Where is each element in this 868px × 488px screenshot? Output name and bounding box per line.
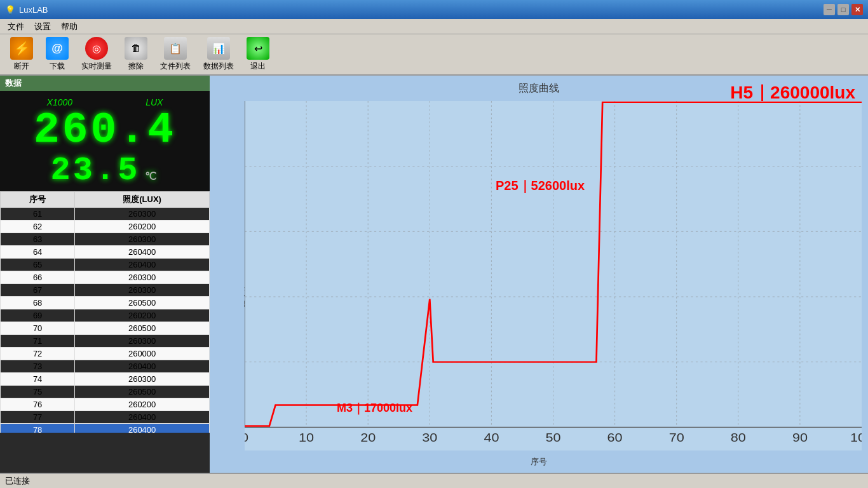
menu-file[interactable]: 文件 [3, 20, 29, 34]
disconnect-button[interactable]: ⚡ 断开 [5, 34, 38, 74]
chart-svg: 0 50 100 150 200 250 0 10 20 30 40 50 60… [245, 101, 862, 451]
table-row[interactable]: 63260300 [1, 233, 210, 246]
erase-button[interactable]: 🗑 擦除 [119, 34, 153, 74]
col-seq: 序号 [1, 192, 75, 208]
left-panel: 数据 X1000 LUX 260.4 23.5 ℃ 序号 照度(LUX) [0, 76, 210, 473]
svg-text:30: 30 [422, 431, 437, 444]
cell-seq: 70 [1, 322, 75, 335]
cell-seq: 78 [1, 424, 75, 433]
exit-button[interactable]: ↩ 退出 [241, 34, 275, 74]
cell-seq: 66 [1, 271, 75, 284]
download-icon: @ [46, 37, 69, 60]
realtime-button[interactable]: ◎ 实时测量 [76, 34, 117, 74]
table-row[interactable]: 70260500 [1, 322, 210, 335]
cell-lux: 260400 [75, 259, 210, 271]
cell-lux: 260300 [75, 284, 210, 297]
table-row[interactable]: 78260400 [1, 424, 210, 433]
cell-lux: 260300 [75, 233, 210, 246]
toolbar: ⚡ 断开 @ 下载 ◎ 实时测量 🗑 擦除 📋 文件列表 📊 数据列表 ↩ 退出 [0, 34, 868, 76]
table-row[interactable]: 74260300 [1, 373, 210, 386]
erase-label: 擦除 [128, 61, 144, 72]
cell-lux: 260400 [75, 411, 210, 424]
maximize-button[interactable]: □ [837, 4, 849, 15]
table-row[interactable]: 71260300 [1, 335, 210, 348]
cell-seq: 61 [1, 208, 75, 220]
col-lux: 照度(LUX) [75, 192, 210, 208]
menu-bar: 文件 设置 帮助 [0, 19, 868, 34]
cell-lux: 260500 [75, 386, 210, 398]
cell-lux: 260400 [75, 246, 210, 259]
cell-lux: 260300 [75, 373, 210, 386]
table-row[interactable]: 76260200 [1, 398, 210, 411]
svg-text:20: 20 [360, 431, 376, 444]
realtime-icon: ◎ [85, 37, 108, 60]
cell-lux: 260300 [75, 271, 210, 284]
table-row[interactable]: 64260400 [1, 246, 210, 259]
cell-lux: 260300 [75, 335, 210, 348]
svg-text:10: 10 [299, 431, 314, 444]
cell-seq: 63 [1, 233, 75, 246]
cell-seq: 76 [1, 398, 75, 411]
display-area: X1000 LUX 260.4 23.5 ℃ [0, 91, 210, 191]
datalist-button[interactable]: 📊 数据列表 [198, 34, 239, 74]
realtime-label: 实时测量 [81, 61, 112, 72]
status-bar: 已连接 [0, 473, 868, 488]
svg-text:40: 40 [484, 431, 499, 444]
table-row[interactable]: 72260000 [1, 348, 210, 360]
app-title: LuxLAB [19, 5, 48, 15]
filelist-icon: 📋 [164, 37, 187, 60]
table-row[interactable]: 62260200 [1, 220, 210, 233]
cell-seq: 71 [1, 335, 75, 348]
window-controls: ─ □ ✕ [824, 4, 863, 15]
p25-label: P25｜52600lux [496, 177, 585, 194]
table-row[interactable]: 77260400 [1, 411, 210, 424]
erase-icon: 🗑 [125, 37, 147, 60]
cell-lux: 260200 [75, 309, 210, 322]
chart-panel: 照度曲线 H5｜260000lux 照度值(LUX) (10^3) 序号 [210, 76, 868, 473]
minimize-button[interactable]: ─ [824, 4, 835, 15]
svg-text:0: 0 [245, 431, 248, 444]
cell-seq: 68 [1, 297, 75, 309]
cell-lux: 260500 [75, 297, 210, 309]
cell-lux: 260300 [75, 208, 210, 220]
chart-title: 照度曲线 [519, 82, 559, 95]
main-value-display: 260.4 [10, 109, 200, 152]
table-row[interactable]: 68260500 [1, 297, 210, 309]
table-row[interactable]: 69260200 [1, 309, 210, 322]
filelist-button[interactable]: 📋 文件列表 [155, 34, 196, 74]
table-row[interactable]: 61260300 [1, 208, 210, 220]
cell-seq: 69 [1, 309, 75, 322]
svg-text:80: 80 [731, 431, 746, 444]
panel-header: 数据 [0, 76, 210, 91]
disconnect-icon: ⚡ [10, 37, 33, 60]
datalist-icon: 📊 [207, 37, 230, 60]
m3-label: M3｜17000lux [337, 400, 412, 416]
main-area: 数据 X1000 LUX 260.4 23.5 ℃ 序号 照度(LUX) [0, 76, 868, 473]
cell-seq: 62 [1, 220, 75, 233]
cell-lux: 260200 [75, 398, 210, 411]
chart-area: 0 50 100 150 200 250 0 10 20 30 40 50 60… [245, 101, 862, 451]
menu-settings[interactable]: 设置 [29, 20, 56, 34]
table-row[interactable]: 67260300 [1, 284, 210, 297]
table-row[interactable]: 65260400 [1, 259, 210, 271]
svg-text:60: 60 [607, 431, 623, 444]
close-button[interactable]: ✕ [851, 4, 863, 15]
exit-icon: ↩ [247, 37, 269, 60]
download-label: 下载 [50, 61, 65, 72]
data-table: 序号 照度(LUX) 61260300622602006326030064260… [0, 191, 210, 433]
cell-seq: 72 [1, 348, 75, 360]
table-row[interactable]: 73260400 [1, 360, 210, 373]
download-button[interactable]: @ 下载 [41, 34, 74, 74]
cell-lux: 260000 [75, 348, 210, 360]
table-row[interactable]: 75260500 [1, 386, 210, 398]
data-table-scroll[interactable]: 序号 照度(LUX) 61260300622602006326030064260… [0, 191, 210, 433]
cell-seq: 74 [1, 373, 75, 386]
cell-seq: 73 [1, 360, 75, 373]
sub-unit-label: ℃ [145, 172, 159, 182]
svg-text:70: 70 [669, 431, 684, 444]
cell-seq: 67 [1, 284, 75, 297]
table-row[interactable]: 66260300 [1, 271, 210, 284]
menu-help[interactable]: 帮助 [56, 20, 83, 34]
cell-seq: 64 [1, 246, 75, 259]
svg-text:90: 90 [792, 431, 808, 444]
